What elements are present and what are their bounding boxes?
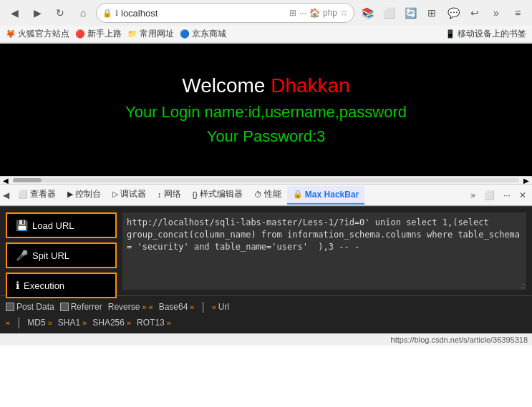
load-url-button[interactable]: 💾 Load URL <box>6 212 117 238</box>
container-icon[interactable]: ⊞ <box>422 3 442 23</box>
sha1-arrow: » <box>82 318 87 327</box>
execution-button[interactable]: ℹ Execution <box>6 273 117 298</box>
spit-url-button[interactable]: 🎤 Spit URL <box>6 242 117 268</box>
more-nav-icon[interactable]: » <box>486 3 506 23</box>
reverse-button[interactable]: Reverse » « <box>108 302 153 312</box>
devtools-dock-btn[interactable]: ⬜ <box>481 187 498 203</box>
devtools-toolbar: ◀ ⬜ 查看器 ▶ 控制台 ▷ 调试器 ↕ 网络 {} 样式编辑器 ⏱ 性能 🔒… <box>0 185 532 206</box>
main-content: Welcome Dhakkan Your Login name:id,usern… <box>0 44 532 176</box>
style-icon: {} <box>193 190 198 199</box>
hackbar-row1: Post Data Referrer Reverse » « Base64 » … <box>6 300 526 313</box>
sync-icon[interactable]: 🔄 <box>400 3 420 23</box>
bookmarks-bar: 🦊 火狐官方站点 🔴 新手上路 📁 常用网址 🔵 京东商城 📱 移动设备上的书签 <box>0 26 532 43</box>
devtools-actions: ⬜ ··· ✕ <box>478 187 532 203</box>
base64-button[interactable]: Base64 » <box>159 302 195 312</box>
hackbar-bottom: Post Data Referrer Reverse » « Base64 » … <box>0 295 532 333</box>
sha1-button[interactable]: SHA1 » <box>58 318 87 328</box>
hackbar-lock-icon: 🔒 <box>293 190 303 199</box>
devtools-close-btn[interactable]: ✕ <box>516 187 529 203</box>
md5-arrow: » <box>48 318 52 327</box>
devtools-options-btn[interactable]: ··· <box>500 187 513 203</box>
firefox-icon: 🦊 <box>6 29 16 39</box>
tab-debugger[interactable]: ▷ 调试器 <box>107 185 152 205</box>
url-button[interactable]: « Url <box>212 302 229 312</box>
address-text: localhost <box>121 8 286 19</box>
network-icon: ↕ <box>158 190 162 199</box>
rot13-button[interactable]: ROT13 » <box>137 318 171 328</box>
post-data-label: Post Data <box>16 302 54 312</box>
reverse-right-arrow: » <box>142 303 146 311</box>
tab-console[interactable]: ▶ 控制台 <box>62 185 107 205</box>
nav-bar: ◀ ▶ ↻ ⌂ 🔒 ℹ localhost ⊞ ··· 🏠 php ☆ 📚 ⬜ … <box>0 0 532 26</box>
resize-handle: .: <box>122 280 526 290</box>
address-icons: ⊞ ··· 🏠 php ☆ <box>289 8 348 18</box>
base64-right-arrow: » <box>190 303 194 311</box>
common-icon: 📁 <box>127 29 137 39</box>
console-icon: ▶ <box>67 190 73 199</box>
row2-start-arrow: » <box>6 318 10 327</box>
reverse-left-arrow: « <box>149 303 153 311</box>
tab-hackbar[interactable]: 🔒 Max HackBar <box>287 186 364 205</box>
jd-icon: 🔵 <box>180 29 190 39</box>
forward-button[interactable]: ▶ <box>27 3 47 23</box>
address-bar[interactable]: 🔒 ℹ localhost ⊞ ··· 🏠 php ☆ <box>96 3 354 23</box>
tab-performance[interactable]: ⏱ 性能 <box>248 185 287 205</box>
chat-icon[interactable]: 💬 <box>443 3 463 23</box>
load-url-icon: 💾 <box>16 220 28 231</box>
sha256-button[interactable]: SHA256 » <box>92 318 131 328</box>
tab-style-editor[interactable]: {} 样式编辑器 <box>187 185 248 205</box>
login-line: Your Login name:id,username,password <box>125 103 407 122</box>
profile-icon[interactable]: ↩ <box>465 3 485 23</box>
bookmarks-icon[interactable]: 📚 <box>357 3 377 23</box>
bookmark-mobile[interactable]: 📱 移动设备上的书签 <box>445 28 526 40</box>
hackbar-url-input[interactable]: http://localhost/sqli-labs-master/Less-1… <box>122 212 526 280</box>
url-left-arrow: « <box>212 303 216 311</box>
bookmark-common[interactable]: 📁 常用网址 <box>127 28 174 40</box>
browser-chrome: ◀ ▶ ↻ ⌂ 🔒 ℹ localhost ⊞ ··· 🏠 php ☆ 📚 ⬜ … <box>0 0 532 44</box>
sep1: | <box>201 300 204 313</box>
nav-extras: 📚 ⬜ 🔄 ⊞ 💬 ↩ » ≡ <box>357 3 528 23</box>
execution-icon: ℹ <box>16 280 19 291</box>
hackbar-panel: 💾 Load URL 🎤 Spit URL ℹ Execution http:/… <box>0 206 532 295</box>
bookmark-firefox[interactable]: 🦊 火狐官方站点 <box>6 28 69 40</box>
status-bar: https://blog.csdn.net/s/article/36395318 <box>0 333 532 345</box>
spit-url-icon: 🎤 <box>16 250 28 261</box>
bookmark-newbie[interactable]: 🔴 新手上路 <box>75 28 122 40</box>
password-line: Your Password:3 <box>207 127 326 146</box>
tab-inspector[interactable]: ⬜ 查看器 <box>12 185 62 205</box>
rot13-arrow: » <box>167 318 171 327</box>
hackbar-url-wrapper: http://localhost/sqli-labs-master/Less-1… <box>122 212 526 290</box>
home-button[interactable]: ⌂ <box>73 3 93 23</box>
bookmark-jd[interactable]: 🔵 京东商城 <box>180 28 226 40</box>
history-icon[interactable]: ⬜ <box>379 3 399 23</box>
h-scrollbar[interactable]: ◀ ▶ <box>0 176 532 185</box>
devtools-tabs: ⬜ 查看器 ▶ 控制台 ▷ 调试器 ↕ 网络 {} 样式编辑器 ⏱ 性能 🔒 M… <box>12 185 468 205</box>
devtools-scroll-left[interactable]: ◀ <box>0 187 12 203</box>
hackbar-row2: » | MD5 » SHA1 » SHA256 » ROT13 » <box>6 316 526 329</box>
devtools-more-btn[interactable]: » <box>468 187 478 203</box>
referrer-label: Referrer <box>71 302 102 312</box>
scroll-right-btn[interactable]: ▶ <box>521 177 532 185</box>
sha256-arrow: » <box>127 318 131 327</box>
scroll-left-btn[interactable]: ◀ <box>0 177 11 185</box>
performance-icon: ⏱ <box>254 190 262 199</box>
post-data-item[interactable]: Post Data <box>6 302 54 312</box>
referrer-item[interactable]: Referrer <box>60 302 102 312</box>
welcome-section: Welcome Dhakkan <box>182 74 349 97</box>
welcome-text: Welcome Dhakkan <box>182 74 349 97</box>
debugger-icon: ▷ <box>112 190 118 199</box>
back-button[interactable]: ◀ <box>4 3 24 23</box>
status-url: https://blog.csdn.net/s/article/36395318 <box>391 335 528 344</box>
md5-button[interactable]: MD5 » <box>27 318 52 328</box>
sep2: | <box>17 316 20 329</box>
newbie-icon: 🔴 <box>75 29 85 39</box>
inspector-icon: ⬜ <box>18 190 28 199</box>
h-scroll-thumb <box>13 178 42 182</box>
menu-button[interactable]: ≡ <box>508 3 528 23</box>
mobile-icon: 📱 <box>445 29 455 39</box>
hackbar-buttons: 💾 Load URL 🎤 Spit URL ℹ Execution <box>6 212 117 290</box>
tab-network[interactable]: ↕ 网络 <box>152 185 187 205</box>
post-data-checkbox[interactable] <box>6 303 14 311</box>
referrer-checkbox[interactable] <box>60 303 69 311</box>
refresh-button[interactable]: ↻ <box>50 3 70 23</box>
